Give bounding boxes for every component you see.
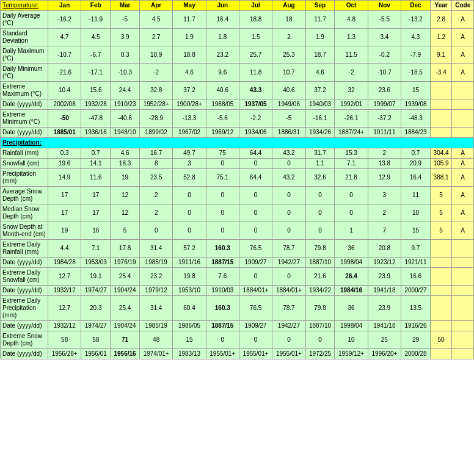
cell-value: 76.5 — [239, 296, 272, 321]
cell-value: 24.4 — [111, 82, 140, 99]
cell-value: 18.3 — [111, 159, 140, 169]
cell-value: 1983/13 — [173, 349, 206, 359]
cell-value: 1884/23 — [401, 128, 431, 138]
cell-value: 3 — [173, 159, 206, 169]
cell-value: 1904/24 — [111, 286, 140, 296]
cell-value: 78.7 — [272, 240, 305, 258]
cell-value: 16.4 — [206, 11, 239, 29]
cell-value: 1985/19 — [140, 258, 173, 268]
cell-value: 0.3 — [48, 148, 81, 159]
cell-value — [430, 128, 452, 138]
cell-value: 3 — [368, 187, 401, 204]
cell-value: 1953/03 — [81, 258, 111, 268]
cell-value: 0 — [239, 268, 272, 286]
cell-value: 75 — [206, 148, 239, 159]
cell-value: 0 — [140, 222, 173, 240]
row-label: Extreme Maximum (°C) — [1, 82, 48, 99]
table-row: Precipitation: — [1, 138, 474, 148]
cell-value: -47.8 — [81, 110, 111, 128]
cell-value: 40.6 — [272, 82, 305, 99]
cell-value: 1932/12 — [48, 321, 81, 331]
cell-value — [452, 286, 474, 296]
cell-value: 1956/28+ — [48, 349, 81, 359]
cell-value: 5 — [430, 187, 452, 204]
cell-value: 1956/01 — [81, 349, 111, 359]
cell-value: 1955/01+ — [272, 349, 305, 359]
cell-value: -16.2 — [48, 11, 81, 29]
cell-value: 1884/01+ — [272, 286, 305, 296]
table-row: Daily Average (°C)-16.2-11.9-54.511.716.… — [1, 11, 474, 29]
cell-value: 0 — [272, 222, 305, 240]
cell-value — [430, 321, 452, 331]
cell-value: A — [452, 222, 474, 240]
cell-value: 1985/19 — [140, 321, 173, 331]
cell-value: 17 — [48, 204, 81, 222]
cell-value: 4.3 — [401, 29, 431, 46]
cell-value: 25.4 — [111, 296, 140, 321]
table-row: Extreme Maximum (°C)10.415.624.432.837.2… — [1, 82, 474, 99]
cell-value: 1899/02 — [140, 128, 173, 138]
cell-value: 36 — [335, 240, 368, 258]
cell-value: 57.2 — [173, 240, 206, 258]
row-label: Extreme Daily Rainfall (mm) — [1, 240, 48, 258]
table-row: Average Snow Depth (cm)17171220000003115… — [1, 187, 474, 204]
table-row: Extreme Daily Precipitation (mm)12.720.3… — [1, 296, 474, 321]
cell-value: 5 — [111, 222, 140, 240]
cell-value: 19.1 — [81, 268, 111, 286]
cell-value: 1.9 — [173, 29, 206, 46]
cell-value: 0 — [272, 187, 305, 204]
cell-value: 1887/24+ — [335, 128, 368, 138]
table-row: Date (yyyy/dd)2002/081932/281910/231952/… — [1, 99, 474, 110]
cell-value: 1910/23 — [111, 99, 140, 110]
cell-value: 10 — [335, 331, 368, 349]
cell-value: 0 — [173, 222, 206, 240]
cell-value: 0 — [239, 159, 272, 169]
cell-value: 17 — [81, 204, 111, 222]
cell-value: -48.3 — [401, 110, 431, 128]
cell-value: 23.9 — [368, 268, 401, 286]
col-header-year: Year — [430, 1, 452, 11]
cell-value: 4.5 — [140, 11, 173, 29]
cell-value: 1948/10 — [111, 128, 140, 138]
cell-value: 2 — [140, 204, 173, 222]
cell-value: 32.6 — [305, 169, 335, 187]
cell-value: 18.8 — [239, 11, 272, 29]
row-label: Extreme Minimum (°C) — [1, 110, 48, 128]
cell-value — [430, 286, 452, 296]
cell-value: -18.5 — [401, 64, 431, 82]
cell-value: 4.7 — [48, 29, 81, 46]
cell-value: 1937/05 — [239, 99, 272, 110]
cell-value: 1910/03 — [206, 286, 239, 296]
row-label: Precipitation (mm) — [1, 169, 48, 187]
cell-value: 50 — [430, 331, 452, 349]
cell-value: -3.4 — [430, 64, 452, 82]
cell-value: 4.6 — [111, 148, 140, 159]
cell-value: 9.6 — [206, 64, 239, 82]
cell-value: 19.6 — [48, 159, 81, 169]
cell-value: 1887/10 — [305, 321, 335, 331]
cell-value: 1952/28+ — [140, 99, 173, 110]
section-label: Precipitation: — [1, 138, 474, 148]
cell-value: 1 — [335, 222, 368, 240]
cell-value: 43.3 — [239, 82, 272, 99]
cell-value: 1934/06 — [239, 128, 272, 138]
cell-value: 19 — [48, 222, 81, 240]
cell-value: 1986/05 — [173, 321, 206, 331]
cell-value: 1909/27 — [239, 258, 272, 268]
cell-value: -0.2 — [368, 46, 401, 64]
cell-value: -13.3 — [173, 110, 206, 128]
cell-value: -13.2 — [401, 11, 431, 29]
cell-value: -28.9 — [140, 110, 173, 128]
cell-value: 1996/20+ — [368, 349, 401, 359]
cell-value: -2.2 — [239, 110, 272, 128]
cell-value — [430, 240, 452, 258]
cell-value: 31.4 — [140, 240, 173, 258]
cell-value: 36 — [335, 296, 368, 321]
cell-value: 18 — [272, 11, 305, 29]
cell-value: -6.7 — [81, 46, 111, 64]
row-label: Date (yyyy/dd) — [1, 286, 48, 296]
cell-value — [452, 258, 474, 268]
cell-value: 160.3 — [206, 240, 239, 258]
row-label: Date (yyyy/dd) — [1, 258, 48, 268]
cell-value: 43.2 — [272, 169, 305, 187]
